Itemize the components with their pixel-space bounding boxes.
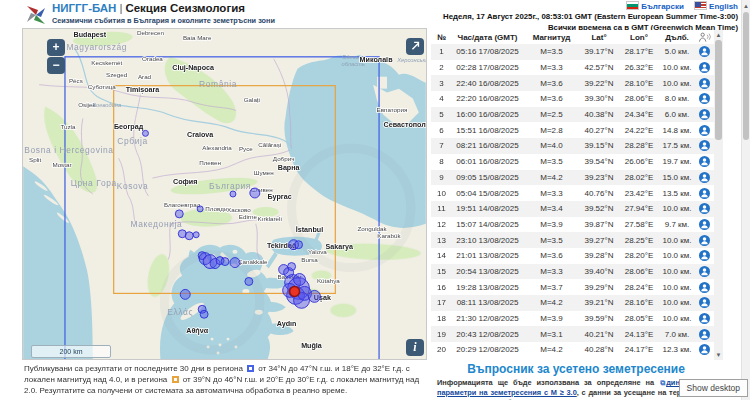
page-scroll-up-icon[interactable]: ▲: [742, 2, 750, 10]
felt-report-button[interactable]: [694, 342, 714, 358]
table-row[interactable]: 1421:01 13/08/2025M=3.639.28°N28.20°E10.…: [431, 248, 714, 264]
cell-depth: 8.0 км.: [660, 91, 694, 107]
earthquake-marker[interactable]: [250, 188, 260, 198]
felt-report-button[interactable]: [694, 295, 714, 311]
zoom-out-button[interactable]: −: [47, 57, 65, 74]
cell-depth: 19.7 км.: [660, 154, 694, 170]
cell-depth: 13.5 км.: [660, 185, 694, 201]
cell-depth: 10.0 км.: [660, 295, 694, 311]
table-row[interactable]: 2020:29 12/08/2025M=4.240.28°N24.17°E12.…: [431, 342, 714, 358]
orange-region-legend-square: [172, 376, 179, 383]
felt-report-button[interactable]: [694, 232, 714, 248]
map-label: Црна Гора: [71, 178, 117, 188]
earthquake-marker[interactable]: [200, 310, 208, 318]
felt-report-button[interactable]: [694, 217, 714, 233]
map-label: Евпатория: [377, 106, 408, 113]
questionnaire-link[interactable]: Въпросник за усетено земетресение: [437, 362, 715, 376]
map-label: Split: [29, 156, 41, 163]
earthquake-marker[interactable]: [193, 232, 199, 238]
felt-report-icon: [699, 250, 710, 261]
felt-report-icon: [699, 140, 710, 151]
table-row[interactable]: 1920:43 12/08/2025M=3.140.21°N24.13°E7.0…: [431, 326, 714, 342]
fullscreen-button[interactable]: [406, 38, 424, 55]
earthquake-marker[interactable]: [230, 258, 240, 268]
cell-mag: M=4.2: [523, 170, 580, 186]
cell-lat: 39.23°N: [580, 170, 618, 186]
table-row[interactable]: 202:28 17/08/2025M=3.342.57°N26.32°E10.0…: [431, 60, 714, 76]
cell-lat: 39.87°N: [580, 217, 618, 233]
scroll-down-icon[interactable]: ▼: [714, 351, 723, 359]
cell-mag: M=4.2: [523, 295, 580, 311]
earthquake-marker-latest[interactable]: [290, 286, 300, 296]
earthquake-marker[interactable]: [142, 130, 148, 136]
felt-report-button[interactable]: [694, 107, 714, 123]
felt-report-button[interactable]: [694, 185, 714, 201]
table-row[interactable]: 708:21 16/08/2025M=4.039.15°N28.28°E17.5…: [431, 138, 714, 154]
earthquake-marker[interactable]: [245, 277, 253, 285]
table-row[interactable]: 909:05 15/08/2025M=4.239.23°N28.02°E15.0…: [431, 170, 714, 186]
table-row[interactable]: 1323:10 13/08/2025M=3.539.27°N28.25°E10.…: [431, 232, 714, 248]
felt-report-button[interactable]: [694, 326, 714, 342]
felt-report-button[interactable]: [694, 75, 714, 91]
cell-mag: M=3.9: [523, 217, 580, 233]
felt-report-button[interactable]: [694, 91, 714, 107]
table-row[interactable]: 1215:07 14/08/2025M=3.939.87°N27.58°E9.7…: [431, 217, 714, 233]
table-row[interactable]: 1520:54 13/08/2025M=3.339.40°N28.06°E10.…: [431, 264, 714, 280]
felt-report-button[interactable]: [694, 279, 714, 295]
show-desktop-tooltip[interactable]: Show desktop: [679, 379, 748, 397]
felt-report-button[interactable]: [694, 248, 714, 264]
table-row[interactable]: 105:16 17/08/2025M=3.539.17°N28.17°E5.0 …: [431, 44, 714, 60]
cell-lat: 39.15°N: [580, 138, 618, 154]
felt-report-button[interactable]: [694, 122, 714, 138]
felt-report-button[interactable]: [694, 311, 714, 327]
earthquake-marker[interactable]: [185, 232, 193, 240]
map-info-button[interactable]: i: [406, 339, 424, 356]
table-row[interactable]: 806:01 16/08/2025M=3.539.54°N26.06°E19.7…: [431, 154, 714, 170]
cell-depth: 15.0 км.: [660, 170, 694, 186]
cell-lat: 40.76°N: [580, 185, 618, 201]
page-scrollbar[interactable]: ▲ ▼: [741, 0, 750, 400]
felt-report-button[interactable]: [694, 170, 714, 186]
earthquake-marker[interactable]: [294, 274, 306, 286]
felt-report-icon: [699, 172, 710, 183]
lang-english-link[interactable]: English: [709, 2, 738, 11]
scroll-up-icon[interactable]: ▲: [714, 31, 723, 39]
map-label: Budapest: [74, 31, 107, 39]
table-row[interactable]: 1005:04 15/08/2025M=3.340.76°N23.42°E13.…: [431, 185, 714, 201]
earthquake-marker[interactable]: [180, 289, 190, 299]
felt-report-button[interactable]: [694, 201, 714, 217]
zoom-in-button[interactable]: +: [47, 39, 65, 56]
page-scrollbar-thumb[interactable]: [743, 12, 749, 140]
table-row[interactable]: 1708:11 13/08/2025M=4.239.21°N28.16°E10.…: [431, 295, 714, 311]
felt-report-button[interactable]: [694, 264, 714, 280]
cell-depth: 10.0 км.: [660, 248, 694, 264]
table-row[interactable]: 615:51 16/08/2025M=2.840.27°N24.22°E14.8…: [431, 122, 714, 138]
earthquake-marker[interactable]: [230, 191, 236, 197]
earthquake-marker[interactable]: [175, 210, 183, 218]
earthquake-marker[interactable]: [308, 290, 320, 302]
felt-report-button[interactable]: [694, 44, 714, 60]
cell-lon: 28.24°E: [618, 279, 660, 295]
map-label: Αθήνα: [186, 327, 208, 335]
table-scrollbar[interactable]: ▲ ▼: [714, 30, 723, 360]
felt-report-button[interactable]: [694, 60, 714, 76]
earthquake-marker[interactable]: [221, 258, 229, 266]
table-scrollbar-thumb[interactable]: [715, 40, 722, 140]
earthquake-marker[interactable]: [295, 241, 303, 249]
earthquake-marker[interactable]: [197, 206, 203, 212]
lang-bulgarian-link[interactable]: Български: [641, 2, 684, 11]
table-row[interactable]: 322:40 16/08/2025M=3.639.22°N28.10°E10.0…: [431, 75, 714, 91]
table-row[interactable]: 1119:51 14/08/2025M=3.439.52°N27.94°E10.…: [431, 201, 714, 217]
felt-report-button[interactable]: [694, 154, 714, 170]
table-row[interactable]: 1821:30 12/08/2025M=3.939.59°N28.05°E10.…: [431, 311, 714, 327]
table-row[interactable]: 422:20 16/08/2025M=3.639.30°N28.06°E8.0 …: [431, 91, 714, 107]
felt-report-icon: [699, 78, 710, 89]
map-label: Călărași: [258, 141, 281, 148]
table-row[interactable]: 1619:28 13/08/2025M=3.739.29°N28.24°E10.…: [431, 279, 714, 295]
table-row[interactable]: 516:00 16/08/2025M=2.540.38°N24.34°E6.0 …: [431, 107, 714, 123]
cell-mag: M=2.8: [523, 122, 580, 138]
map-container[interactable]: BudapestDebrecenBaia MareMagyarországKec…: [22, 28, 427, 360]
map-canvas[interactable]: BudapestDebrecenBaia MareMagyarországKec…: [23, 29, 426, 359]
earthquake-marker[interactable]: [288, 263, 296, 271]
felt-report-button[interactable]: [694, 138, 714, 154]
